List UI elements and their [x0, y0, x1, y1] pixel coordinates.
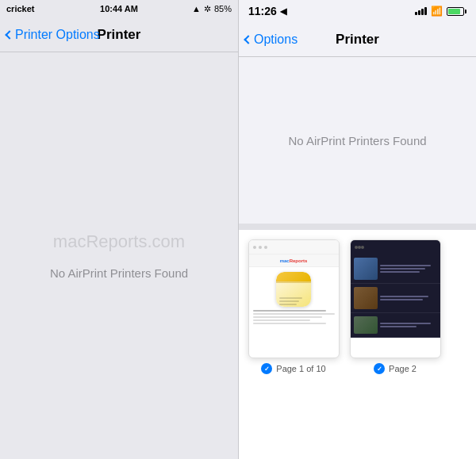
right-back-label: Options	[254, 33, 298, 47]
page-thumbnail-1: macReports	[248, 239, 340, 358]
left-back-button[interactable]: Printer Options	[6, 28, 100, 42]
left-status-icons: ▲ ✲ 85%	[192, 4, 232, 14]
page-card-2[interactable]: Page 2	[348, 239, 442, 374]
right-nav-bar: Options Printer	[239, 22, 476, 57]
right-no-printers: No AirPrint Printers Found	[288, 134, 426, 147]
right-top-content: No AirPrint Printers Found	[239, 57, 476, 224]
page-1-label: Page 1 of 10	[276, 364, 325, 373]
left-panel: cricket 10:44 AM ▲ ✲ 85% Printer Options…	[0, 0, 238, 459]
notes-app-icon	[276, 272, 311, 307]
right-status-left: 11:26 ◀	[248, 5, 286, 17]
left-carrier: cricket	[6, 4, 34, 13]
right-panel: 11:26 ◀ 📶 Op	[238, 0, 476, 459]
page-2-check-icon	[374, 363, 385, 374]
page-preview-section: macReports	[239, 230, 476, 459]
right-signal-icon	[415, 7, 427, 15]
right-time: 11:26 ◀	[248, 5, 286, 17]
right-status-bar: 11:26 ◀ 📶	[239, 0, 476, 22]
right-nav-title: Printer	[336, 32, 379, 48]
page-1-label-row: Page 1 of 10	[261, 363, 325, 374]
right-direction-icon: ◀	[280, 6, 286, 17]
page-thumbnail-2	[350, 239, 441, 358]
page-2-label: Page 2	[389, 364, 416, 373]
left-bluetooth-icon: ✲	[204, 4, 211, 14]
left-nav-title: Printer	[98, 27, 141, 43]
left-back-label: Printer Options	[15, 28, 100, 42]
page-card-1[interactable]: macReports	[247, 239, 340, 374]
left-content: macReports.com No AirPrint Printers Foun…	[0, 52, 238, 459]
left-time: 10:44 AM	[100, 4, 138, 13]
right-back-button[interactable]: Options	[245, 33, 298, 47]
watermark-text: macReports.com	[53, 231, 185, 252]
thumb1-logo-bar: macReports	[249, 254, 339, 267]
right-status-icons: 📶	[415, 6, 466, 17]
page-2-label-row: Page 2	[374, 363, 416, 374]
left-battery-text: 85%	[214, 4, 232, 13]
right-back-chevron	[244, 35, 252, 44]
left-no-printers: No AirPrint Printers Found	[50, 266, 188, 280]
right-battery-icon	[447, 7, 466, 16]
left-signal-icon: ▲	[192, 4, 201, 13]
left-back-chevron	[5, 30, 13, 39]
page-1-check-icon	[261, 363, 272, 374]
left-nav-bar: Printer Options Printer	[0, 17, 238, 52]
left-status-bar: cricket 10:44 AM ▲ ✲ 85%	[0, 0, 238, 17]
section-divider	[239, 224, 476, 230]
right-wifi-icon: 📶	[431, 6, 443, 17]
